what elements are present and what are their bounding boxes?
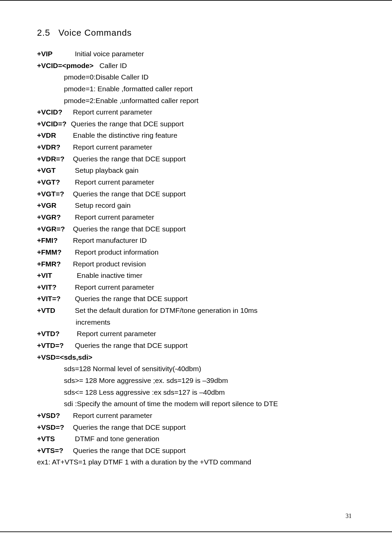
cmd-desc: Report current parameter: [75, 283, 154, 291]
cmd-name: +VIT?: [37, 282, 69, 293]
param-line: sds>= 128 More aggressive ;ex. sds=129 i…: [37, 375, 355, 387]
cmd-desc: Queries the range that DCE support: [73, 190, 186, 198]
cmd-name: +VDR=?: [37, 153, 69, 165]
cmd-row: +VTD=? Queries the range that DCE suppor…: [37, 340, 355, 352]
param-line: sds<= 128 Less aggressive :ex sds=127 is…: [37, 387, 355, 398]
cmd-name: +VCID?: [37, 106, 69, 118]
cmd-row: +VCID=<pmode> Caller ID: [37, 60, 355, 72]
cmd-row: +VGR Setup record gain: [37, 200, 355, 212]
cmd-row: +VCID=? Queries the range that DCE suppo…: [37, 118, 355, 130]
cmd-row: +VIT Enable inactive timer: [37, 270, 355, 282]
example-line: ex1: AT+VTS=1 play DTMF 1 with a duratio…: [37, 456, 355, 468]
cmd-name: +FMR?: [37, 258, 69, 270]
cmd-name: +VDR?: [37, 141, 69, 153]
cmd-desc: Report manufacturer ID: [73, 236, 147, 244]
cmd-row: +VGT=? Queries the range that DCE suppor…: [37, 188, 355, 200]
cmd-row: +VSD? Report current parameter: [37, 410, 355, 422]
cmd-name: +VTD?: [37, 328, 69, 340]
cmd-desc: Queries the range that DCE support: [73, 447, 186, 454]
cmd-desc: Queries the range that DCE support: [73, 225, 186, 233]
cmd-name: +FMI?: [37, 235, 69, 247]
cmd-row: +VTD? Report current parameter: [37, 328, 355, 340]
param-line: pmode=0:Disable Caller ID: [37, 71, 355, 83]
cmd-name: +VGR=?: [37, 223, 69, 235]
param-line: sds=128 Normal level of sensitivity(-40d…: [37, 363, 355, 375]
cmd-row: +VIP Initial voice parameter: [37, 48, 355, 60]
cmd-name: +VGT?: [37, 176, 69, 188]
cmd-row: +VTS DTMF and tone generation: [37, 433, 355, 445]
cmd-name: +VTS=?: [37, 445, 69, 457]
page-number: 31: [346, 513, 352, 520]
cmd-name: +VSD=?: [37, 422, 69, 433]
cmd-name: +VGR?: [37, 212, 69, 223]
cmd-row: +VDR Enable the distinctive ring feature: [37, 130, 355, 141]
cmd-desc: Queries the range that DCE support: [75, 341, 188, 349]
section-number: 2.5: [37, 28, 50, 38]
cmd-row: +VDR? Report current parameter: [37, 141, 355, 153]
cmd-row: +VSD=<sds,sdi>: [37, 352, 355, 363]
cmd-row: +FMI? Report manufacturer ID: [37, 235, 355, 247]
cmd-name: +VIP: [37, 48, 69, 60]
cmd-desc: Report current parameter: [77, 330, 156, 337]
command-list: +VIP Initial voice parameter +VCID=<pmod…: [37, 48, 355, 468]
cmd-desc: Setup record gain: [75, 201, 131, 209]
cmd-name: +VGT: [37, 165, 69, 176]
cmd-desc: Caller ID: [100, 62, 127, 69]
cmd-row: +VGT? Report current parameter: [37, 176, 355, 188]
cmd-row: +VIT? Report current parameter: [37, 282, 355, 293]
cmd-name: +VTD=?: [37, 340, 69, 352]
param-line: pmode=2:Enable ,unformatted caller repor…: [37, 95, 355, 107]
section-title-text: Voice Commands: [59, 28, 132, 38]
cmd-row: +VGR? Report current parameter: [37, 212, 355, 223]
cmd-name: +VIT: [37, 270, 69, 282]
cmd-name: +VTS: [37, 433, 69, 445]
param-line: increments: [37, 317, 355, 328]
param-line: pmode=1: Enable ,formatted caller report: [37, 83, 355, 95]
cmd-row: +VSD=? Queries the range that DCE suppor…: [37, 422, 355, 433]
cmd-desc: Queries the range that DCE support: [73, 423, 186, 431]
document-page: 2.5 Voice Commands +VIP Initial voice pa…: [0, 0, 392, 532]
cmd-desc: Report current parameter: [73, 143, 152, 151]
cmd-row: +VGT Setup playback gain: [37, 165, 355, 176]
cmd-name: +VSD=<sds,sdi>: [37, 353, 93, 361]
cmd-desc: Report product information: [75, 248, 159, 256]
cmd-desc: Enable the distinctive ring feature: [73, 131, 178, 139]
cmd-desc: DTMF and tone generation: [75, 435, 159, 443]
cmd-name: +VTD: [37, 305, 69, 317]
cmd-desc: Set the default duration for DTMF/tone g…: [75, 306, 258, 314]
cmd-name: +VGT=?: [37, 188, 69, 200]
cmd-row: +FMR? Report product revision: [37, 258, 355, 270]
cmd-desc: Queries the range that DCE support: [75, 295, 188, 302]
cmd-desc: Enable inactive timer: [77, 271, 142, 279]
cmd-name: +FMM?: [37, 247, 69, 258]
cmd-name: +VIT=?: [37, 293, 69, 305]
cmd-desc: Report product revision: [73, 260, 146, 268]
cmd-row: +VGR=? Queries the range that DCE suppor…: [37, 223, 355, 235]
param-line: sdi :Specify the amount of time the mode…: [37, 398, 355, 410]
cmd-desc: Report current parameter: [75, 178, 154, 186]
cmd-row: +VDR=? Queries the range that DCE suppor…: [37, 153, 355, 165]
cmd-name: +VGR: [37, 200, 69, 212]
cmd-desc: Report current parameter: [73, 108, 152, 116]
cmd-row: +VTD Set the default duration for DTMF/t…: [37, 305, 355, 317]
cmd-row: +FMM? Report product information: [37, 247, 355, 258]
cmd-row: +VIT=? Queries the range that DCE suppor…: [37, 293, 355, 305]
cmd-name: +VSD?: [37, 410, 69, 422]
cmd-name: +VDR: [37, 130, 69, 141]
cmd-row: +VCID? Report current parameter: [37, 106, 355, 118]
cmd-desc: Setup playback gain: [75, 166, 139, 174]
cmd-name: +VCID=?: [37, 118, 69, 130]
cmd-row: +VTS=? Queries the range that DCE suppor…: [37, 445, 355, 457]
cmd-desc: Queries the range that DCE support: [71, 120, 184, 128]
cmd-desc: Report current parameter: [73, 412, 152, 419]
cmd-desc: Initial voice parameter: [75, 50, 144, 58]
cmd-name: +VCID=<pmode>: [37, 62, 94, 69]
cmd-desc: Report current parameter: [75, 213, 154, 221]
section-heading: 2.5 Voice Commands: [37, 28, 355, 38]
cmd-desc: Queries the range that DCE support: [73, 155, 186, 163]
